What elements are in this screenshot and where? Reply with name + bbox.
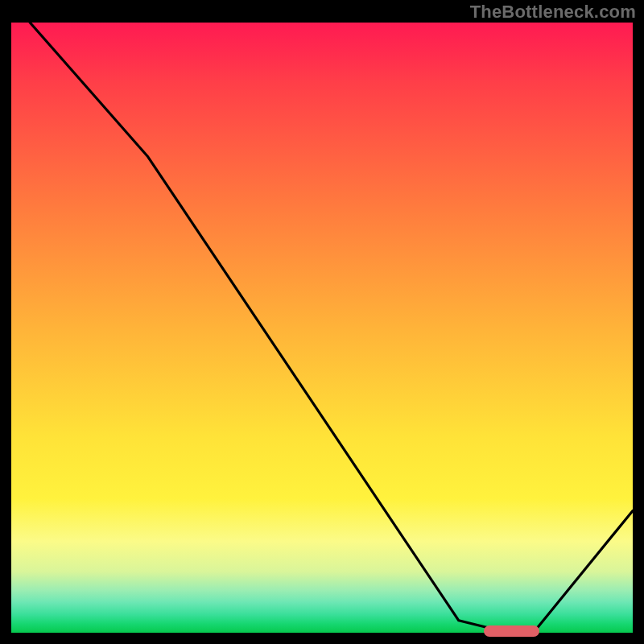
chart-container: TheBottleneck.com — [0, 0, 644, 644]
plot-area — [11, 23, 633, 633]
bottleneck-curve — [11, 23, 633, 633]
optimum-marker — [484, 625, 539, 637]
curve-path — [30, 23, 633, 633]
watermark-text: TheBottleneck.com — [470, 2, 636, 23]
